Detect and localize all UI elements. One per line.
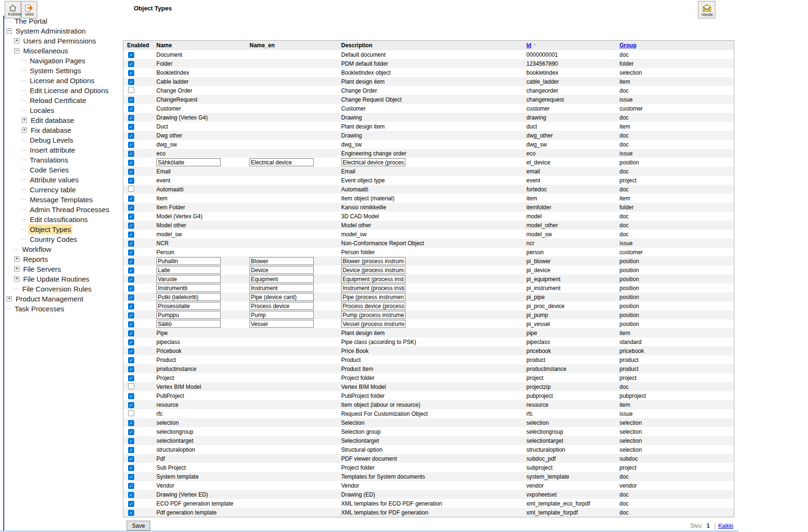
tree-item-message-templates[interactable]: Message Templates [6, 195, 122, 205]
tree-item-task-processes[interactable]: Task Processes [6, 304, 122, 314]
enabled-checkbox[interactable]: ✓ [128, 258, 134, 265]
tree-item-system-administration[interactable]: −System Administration [6, 26, 122, 36]
tree-item-the-portal[interactable]: The Portal [6, 16, 122, 26]
tree-item-product-management[interactable]: +Product Management [6, 294, 122, 304]
tree-item-file-update-routines[interactable]: +File Update Routines [6, 274, 122, 284]
name-input[interactable] [156, 293, 221, 301]
tree-item-currency-table[interactable]: Currency table [6, 185, 122, 195]
enabled-checkbox[interactable]: ✓ [128, 366, 134, 372]
enabled-checkbox[interactable]: ✓ [128, 285, 134, 292]
name-en-input[interactable] [249, 158, 314, 166]
name-en-input[interactable] [249, 320, 314, 328]
enabled-checkbox[interactable]: ✓ [128, 169, 134, 175]
enabled-checkbox[interactable]: ✓ [128, 483, 134, 489]
enabled-checkbox[interactable]: ✓ [128, 465, 134, 471]
enabled-checkbox[interactable]: ✓ [128, 393, 134, 399]
enabled-checkbox[interactable]: ✓ [128, 447, 134, 453]
tree-item-navigation-pages[interactable]: Navigation Pages [6, 56, 122, 66]
tree-item-workflow[interactable]: Workflow [6, 244, 122, 254]
name-en-input[interactable] [249, 257, 314, 265]
enabled-checkbox[interactable]: ✓ [128, 133, 134, 139]
enabled-checkbox[interactable] [128, 87, 134, 93]
description-input[interactable] [341, 320, 405, 328]
description-input[interactable] [341, 293, 405, 301]
name-en-input[interactable] [249, 302, 314, 310]
enabled-checkbox[interactable]: ✓ [128, 115, 134, 121]
tree-item-edit-license-and-options[interactable]: Edit License and Options [6, 86, 122, 95]
enabled-checkbox[interactable]: ✓ [128, 205, 134, 211]
description-input[interactable] [341, 275, 405, 283]
description-input[interactable] [341, 302, 405, 310]
description-input[interactable] [341, 284, 405, 292]
enabled-checkbox[interactable]: ✓ [128, 61, 134, 67]
description-input[interactable] [341, 257, 405, 265]
tree-item-reports[interactable]: +Reports [6, 254, 122, 264]
tree-item-edit-database[interactable]: +Edit database [6, 115, 122, 125]
expand-icon[interactable]: + [14, 276, 19, 282]
enabled-checkbox[interactable]: ✓ [128, 52, 134, 58]
enabled-checkbox[interactable]: ✓ [128, 151, 134, 157]
enabled-checkbox[interactable]: ✓ [128, 142, 134, 148]
tree-item-file-servers[interactable]: +File Servers [6, 264, 122, 274]
column-sort-link-group[interactable]: Group [619, 42, 636, 49]
tree-item-file-conversion-rules[interactable]: File Conversion Rules [6, 284, 122, 294]
enabled-checkbox[interactable]: ✓ [128, 348, 134, 354]
enabled-checkbox[interactable]: ✓ [128, 160, 134, 166]
tree-item-object-types[interactable]: Object Types [6, 224, 122, 234]
tree-item-insert-attribute[interactable]: Insert attribute [6, 145, 122, 155]
enabled-checkbox[interactable]: ✓ [128, 97, 134, 103]
tree-item-admin-thread-processes[interactable]: Admin Thread Processes [6, 205, 122, 215]
enabled-checkbox[interactable]: ✓ [128, 106, 134, 112]
name-input[interactable] [156, 302, 221, 310]
enabled-checkbox[interactable]: ✓ [128, 294, 134, 300]
tree-item-fix-database[interactable]: +Fix database [6, 125, 122, 135]
enabled-checkbox[interactable]: ✓ [128, 429, 134, 435]
enabled-checkbox[interactable]: ✓ [128, 214, 134, 220]
expand-icon[interactable]: + [14, 266, 19, 272]
enabled-checkbox[interactable]: ✓ [128, 474, 134, 480]
name-input[interactable] [156, 311, 221, 319]
enabled-checkbox[interactable]: ✓ [128, 240, 134, 247]
enabled-checkbox[interactable] [128, 410, 134, 416]
tree-item-miscellaneous[interactable]: −Miscellaneous [6, 46, 122, 56]
enabled-checkbox[interactable]: ✓ [128, 339, 134, 345]
enabled-checkbox[interactable]: ✓ [128, 501, 134, 507]
column-sort-link-id[interactable]: Id [526, 42, 532, 49]
enabled-checkbox[interactable]: ✓ [128, 267, 134, 274]
enabled-checkbox[interactable]: ✓ [128, 249, 134, 256]
tree-item-users-and-permissions[interactable]: +Users and Permissions [6, 36, 122, 46]
name-input[interactable] [156, 158, 221, 166]
enabled-checkbox[interactable]: ✓ [128, 420, 134, 426]
tree-item-code-series[interactable]: Code Series [6, 165, 122, 175]
tree-item-system-settings[interactable]: System Settings [6, 66, 122, 76]
tree-item-locales[interactable]: Locales [6, 105, 122, 115]
expand-icon[interactable]: + [7, 296, 12, 301]
enabled-checkbox[interactable]: ✓ [128, 178, 134, 184]
collapse-icon[interactable]: − [7, 28, 12, 34]
enabled-checkbox[interactable]: ✓ [128, 402, 134, 408]
tree-item-country-codes[interactable]: Country Codes [6, 234, 122, 244]
description-input[interactable] [341, 311, 405, 319]
enabled-checkbox[interactable]: ✓ [128, 510, 134, 516]
name-en-input[interactable] [249, 266, 314, 274]
collapse-icon[interactable]: − [14, 48, 19, 53]
messages-button[interactable]: Viestit [698, 1, 715, 18]
name-en-input[interactable] [249, 311, 314, 319]
tree-item-attribute-values[interactable]: Attribute values [6, 175, 122, 185]
enabled-checkbox[interactable]: ✓ [128, 456, 134, 462]
enabled-checkbox[interactable] [128, 186, 134, 192]
name-en-input[interactable] [249, 293, 314, 301]
enabled-checkbox[interactable]: ✓ [128, 357, 134, 363]
enabled-checkbox[interactable]: ✓ [128, 223, 134, 229]
name-input[interactable] [156, 275, 221, 283]
name-en-input[interactable] [249, 284, 314, 292]
name-input[interactable] [156, 266, 221, 274]
expand-icon[interactable]: + [14, 257, 19, 262]
tree-item-debug-levels[interactable]: Debug Levels [6, 135, 122, 145]
description-input[interactable] [341, 266, 405, 274]
enabled-checkbox[interactable]: ✓ [128, 321, 134, 327]
expand-icon[interactable]: + [22, 118, 27, 123]
name-input[interactable] [156, 320, 221, 328]
name-input[interactable] [156, 284, 221, 292]
tree-item-edit-classifications[interactable]: Edit classifications [6, 215, 122, 224]
